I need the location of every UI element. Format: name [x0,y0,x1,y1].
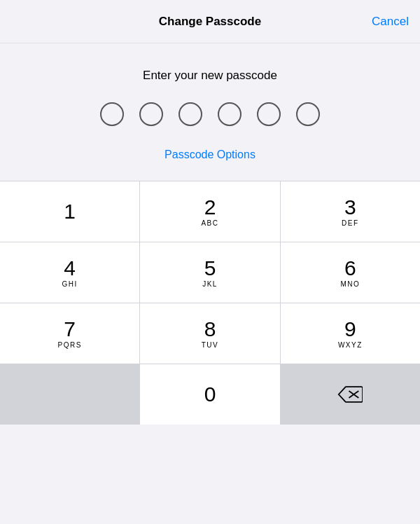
passcode-area: Enter your new passcode Passcode Options [0,43,420,181]
page-title: Change Passcode [159,15,261,29]
passcode-dot-1 [100,102,124,126]
key-4[interactable]: 4 GHI [0,242,139,303]
delete-button[interactable] [281,364,420,425]
key-2[interactable]: 2 ABC [140,181,279,242]
key-9[interactable]: 9 WXYZ [281,303,420,364]
key-0[interactable]: 0 [140,364,279,425]
passcode-dot-4 [218,102,241,126]
key-3[interactable]: 3 DEF [281,181,420,242]
key-6[interactable]: 6 MNO [281,242,420,303]
delete-icon [337,385,363,404]
header: Change Passcode Cancel [0,0,420,43]
cancel-button[interactable]: Cancel [372,15,409,29]
passcode-dot-2 [139,102,163,126]
passcode-options-button[interactable]: Passcode Options [164,146,255,164]
passcode-dots [100,102,320,126]
key-7[interactable]: 7 PQRS [0,303,139,364]
passcode-dot-3 [178,102,202,126]
passcode-prompt: Enter your new passcode [143,69,277,83]
key-5[interactable]: 5 JKL [140,242,279,303]
keyboard-wrapper: 1 2 ABC 3 DEF 4 GHI 5 JKL 6 MNO 7 PQRS 8 [0,181,420,425]
key-empty [0,364,139,425]
key-1[interactable]: 1 [0,181,139,242]
key-8[interactable]: 8 TUV [140,303,279,364]
passcode-dot-6 [296,102,320,126]
keyboard: 1 2 ABC 3 DEF 4 GHI 5 JKL 6 MNO 7 PQRS 8 [0,181,420,425]
passcode-dot-5 [257,102,281,126]
